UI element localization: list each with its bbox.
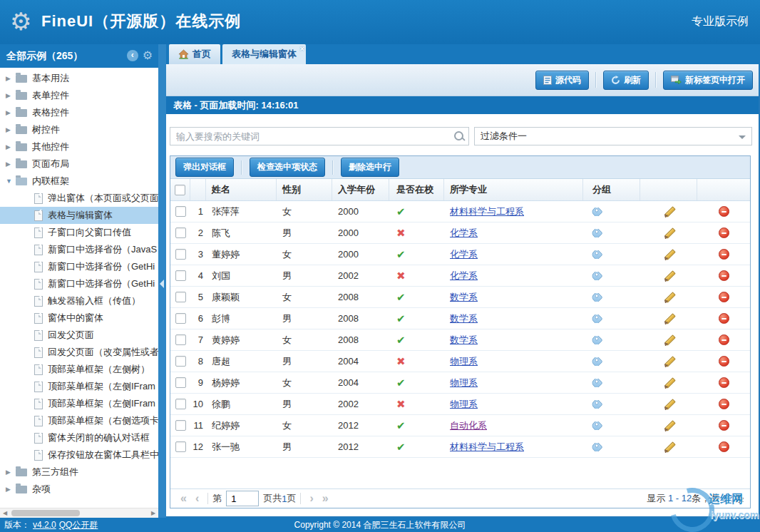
page-number-input[interactable] — [226, 491, 259, 506]
expand-arrow-icon[interactable] — [6, 143, 16, 150]
sidebar-item-selected[interactable]: 表格与编辑窗体 — [0, 207, 158, 224]
major-link[interactable]: 物理系 — [450, 355, 478, 368]
row-checkbox[interactable] — [175, 292, 186, 302]
sidebar-item[interactable]: 顶部菜单框架（左侧树） — [0, 361, 158, 378]
delete-icon[interactable] — [719, 377, 729, 388]
sidebar-item[interactable]: 新窗口中选择省份（JavaS — [0, 241, 158, 258]
delete-icon[interactable] — [719, 313, 729, 324]
sidebar-item[interactable]: 顶部菜单框架（左侧IFram — [0, 395, 158, 412]
open-dialog-button[interactable]: 弹出对话框 — [175, 158, 234, 177]
delete-icon[interactable] — [719, 420, 729, 431]
pro-version-link[interactable]: 专业版示例 — [692, 14, 749, 29]
edit-icon[interactable] — [663, 227, 675, 239]
row-checkbox[interactable] — [175, 377, 186, 388]
sidebar-item[interactable]: 杂项 — [0, 481, 158, 498]
tab-table-edit-window[interactable]: 表格与编辑窗体 × — [222, 44, 306, 64]
expand-arrow-icon[interactable] — [6, 75, 16, 82]
expand-arrow-icon[interactable] — [6, 109, 16, 116]
sidebar-item[interactable]: 顶部菜单框架（右侧选项卡 — [0, 412, 158, 429]
row-checkbox[interactable] — [175, 441, 186, 452]
major-link[interactable]: 物理系 — [450, 377, 478, 389]
sidebar-item[interactable]: 基本用法 — [0, 70, 158, 87]
expand-arrow-icon[interactable] — [6, 486, 16, 493]
row-checkbox[interactable] — [175, 334, 186, 345]
source-code-button[interactable]: 源代码 — [535, 71, 589, 90]
last-page-icon[interactable]: » — [322, 493, 329, 504]
panel-splitter[interactable] — [158, 44, 166, 518]
sidebar-item[interactable]: 新窗口中选择省份（GetHi — [0, 275, 158, 292]
tab-home[interactable]: 首页 — [169, 44, 220, 64]
sidebar-item[interactable]: 窗体关闭前的确认对话框 — [0, 429, 158, 446]
collapse-arrow-icon[interactable] — [6, 178, 16, 185]
major-link[interactable]: 自动化系 — [450, 419, 487, 432]
delete-icon[interactable] — [719, 249, 729, 260]
scrollbar-thumb[interactable] — [11, 510, 80, 516]
edit-icon[interactable] — [663, 398, 675, 410]
major-link[interactable]: 材料科学与工程系 — [450, 205, 524, 218]
edit-icon[interactable] — [663, 270, 675, 282]
gear-icon[interactable]: ⚙ — [143, 50, 153, 61]
collapse-handle-icon[interactable] — [160, 280, 164, 288]
sidebar-item[interactable]: 回发父页面（改变属性或者 — [0, 344, 158, 361]
edit-icon[interactable] — [663, 377, 675, 389]
search-input[interactable] — [170, 127, 469, 145]
edit-icon[interactable] — [663, 248, 675, 260]
row-checkbox[interactable] — [175, 206, 186, 217]
delete-icon[interactable] — [719, 227, 729, 238]
sidebar-item[interactable]: 内联框架 — [0, 173, 158, 190]
delete-icon[interactable] — [719, 441, 729, 452]
next-page-icon[interactable]: › — [309, 493, 313, 504]
sidebar-item[interactable]: 顶部菜单框架（左侧IFram — [0, 378, 158, 395]
row-checkbox[interactable] — [175, 270, 186, 281]
major-link[interactable]: 数学系 — [450, 291, 478, 304]
edit-icon[interactable] — [663, 355, 675, 367]
expand-arrow-icon[interactable] — [6, 160, 16, 168]
major-link[interactable]: 物理系 — [450, 398, 478, 411]
sidebar-item[interactable]: 保存按钮放在窗体工具栏中 — [0, 446, 158, 464]
scroll-right-icon[interactable]: ▶ — [148, 508, 158, 518]
major-link[interactable]: 化学系 — [450, 227, 478, 240]
sidebar-item[interactable]: 页面布局 — [0, 155, 158, 173]
sidebar-horizontal-scrollbar[interactable]: ◀ ▶ — [0, 508, 158, 518]
major-link[interactable]: 化学系 — [450, 248, 478, 261]
sidebar-item[interactable]: 表单控件 — [0, 87, 158, 104]
row-checkbox[interactable] — [175, 420, 186, 431]
filter-dropdown[interactable]: 过滤条件一 — [474, 127, 752, 145]
delete-icon[interactable] — [719, 270, 729, 281]
expand-arrow-icon[interactable] — [6, 126, 16, 133]
sidebar-item[interactable]: 子窗口向父窗口传值 — [0, 224, 158, 241]
row-checkbox[interactable] — [175, 227, 186, 238]
sidebar-item[interactable]: 触发器输入框（传值） — [0, 292, 158, 310]
sidebar-item[interactable]: 新窗口中选择省份（GetHi — [0, 258, 158, 275]
edit-icon[interactable] — [663, 334, 675, 346]
sidebar-item[interactable]: 其他控件 — [0, 138, 158, 155]
row-checkbox[interactable] — [175, 249, 186, 260]
delete-icon[interactable] — [719, 399, 729, 409]
row-checkbox[interactable] — [175, 356, 186, 367]
first-page-icon[interactable]: « — [180, 493, 187, 504]
edit-icon[interactable] — [663, 312, 675, 324]
sidebar-item[interactable]: 窗体中的窗体 — [0, 310, 158, 327]
major-link[interactable]: 数学系 — [450, 312, 478, 325]
close-tab-icon[interactable]: × — [300, 44, 304, 53]
edit-icon[interactable] — [663, 291, 675, 303]
delete-icon[interactable] — [719, 356, 729, 367]
major-link[interactable]: 数学系 — [450, 334, 478, 347]
major-link[interactable]: 材料科学与工程系 — [450, 441, 524, 454]
open-new-tab-button[interactable]: 新标签页中打开 — [663, 71, 753, 90]
row-checkbox[interactable] — [175, 313, 186, 324]
sidebar-item[interactable]: 树控件 — [0, 121, 158, 138]
major-link[interactable]: 化学系 — [450, 270, 478, 282]
expand-arrow-icon[interactable] — [6, 469, 16, 476]
edit-icon[interactable] — [663, 441, 675, 453]
collapse-sidebar-icon[interactable]: ‹ — [127, 50, 138, 61]
check-selected-button[interactable]: 检查选中项状态 — [250, 158, 325, 177]
delete-icon[interactable] — [719, 292, 729, 302]
delete-icon[interactable] — [719, 206, 729, 217]
delete-selected-button[interactable]: 删除选中行 — [341, 158, 399, 177]
sidebar-item[interactable]: 回发父页面 — [0, 327, 158, 344]
sidebar-item[interactable]: 弹出窗体（本页面或父页面 — [0, 190, 158, 207]
prev-page-icon[interactable]: ‹ — [195, 493, 199, 504]
row-checkbox[interactable] — [175, 399, 186, 409]
search-icon[interactable] — [454, 131, 463, 140]
